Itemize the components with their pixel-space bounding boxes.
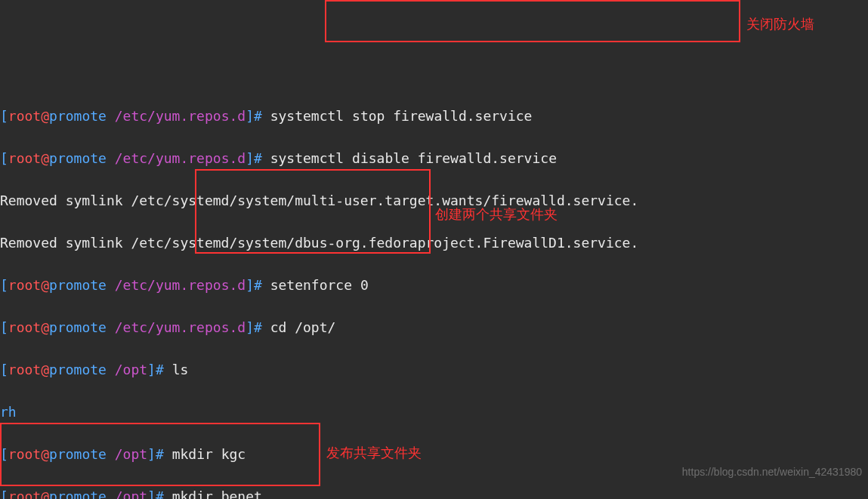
- prompt-line: [root@promote /etc/yum.repos.d]# systemc…: [0, 148, 868, 169]
- prompt-line: [root@promote /opt]# ls: [0, 359, 868, 380]
- annotation-publish-share: 发布共享文件夹: [326, 442, 422, 464]
- prompt-line: [root@promote /opt]# mkdir benet: [0, 486, 868, 499]
- annotation-box-firewall: [325, 0, 740, 42]
- terminal[interactable]: [root@promote /etc/yum.repos.d]# systemc…: [0, 85, 868, 499]
- cmd-mkdir-benet: mkdir benet: [172, 488, 262, 499]
- annotation-create-share: 创建两个共享文件夹: [435, 204, 558, 225]
- output-ls: rh: [0, 402, 868, 423]
- cmd-cd-opt: cd /opt/: [270, 319, 336, 335]
- watermark: https://blog.csdn.net/weixin_42431980: [682, 461, 862, 482]
- annotation-close-firewall: 关闭防火墙: [746, 14, 814, 35]
- output-removed-symlink: Removed symlink /etc/systemd/system/mult…: [0, 190, 868, 211]
- cmd-disable-firewall: systemctl disable firewalld.service: [270, 150, 557, 166]
- prompt-line: [root@promote /etc/yum.repos.d]# systemc…: [0, 106, 868, 127]
- cmd-mkdir-kgc: mkdir kgc: [172, 446, 246, 462]
- output-removed-symlink: Removed symlink /etc/systemd/system/dbus…: [0, 233, 868, 254]
- prompt-line: [root@promote /etc/yum.repos.d]# cd /opt…: [0, 317, 868, 338]
- prompt-line: [root@promote /etc/yum.repos.d]# setenfo…: [0, 275, 868, 296]
- cmd-ls: ls: [172, 362, 189, 377]
- cmd-setenforce: setenforce 0: [270, 277, 369, 293]
- cmd-stop-firewall: systemctl stop firewalld.service: [270, 108, 533, 124]
